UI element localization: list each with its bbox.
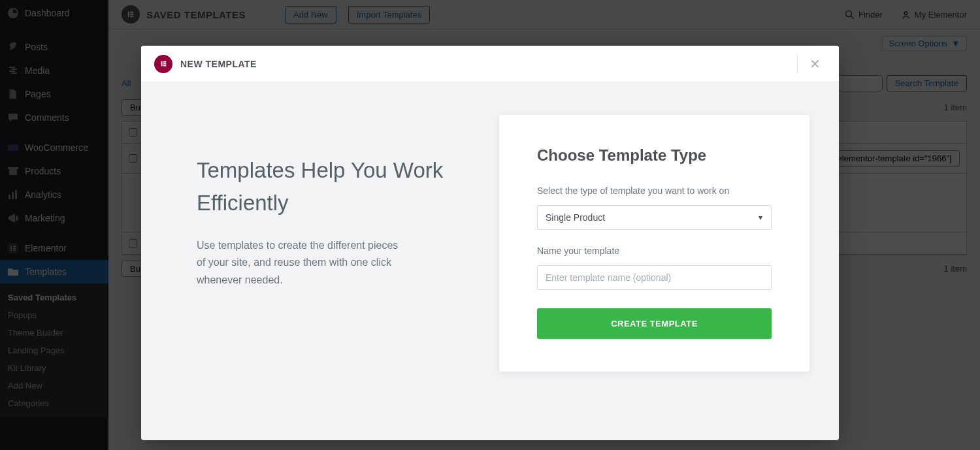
template-type-label: Select the type of template you want to … [537,185,772,196]
elementor-badge-icon [154,55,172,73]
modal-title: NEW TEMPLATE [180,59,257,69]
new-template-modal: NEW TEMPLATE ✕ Templates Help You Work E… [141,46,839,440]
modal-right-panel: Choose Template Type Select the type of … [499,82,809,440]
modal-description: Use templates to create the different pi… [197,237,406,289]
svg-rect-18 [163,63,166,65]
modal-heading: Templates Help You Work Efficiently [197,154,453,219]
modal-body: Templates Help You Work Efficiently Use … [141,82,839,440]
form-card: Choose Template Type Select the type of … [499,115,809,372]
svg-rect-16 [161,61,162,67]
svg-rect-19 [163,65,166,66]
modal-overlay[interactable]: NEW TEMPLATE ✕ Templates Help You Work E… [0,0,980,450]
template-type-select[interactable]: Single Product [537,205,772,230]
form-title: Choose Template Type [537,146,772,165]
create-template-button[interactable]: CREATE TEMPLATE [537,308,772,339]
modal-left-panel: Templates Help You Work Efficiently Use … [141,82,499,440]
modal-header: NEW TEMPLATE ✕ [141,46,839,82]
close-icon: ✕ [809,56,821,72]
select-wrap: Single Product [537,205,772,230]
template-name-input[interactable] [537,265,772,290]
svg-rect-17 [163,61,166,63]
template-name-label: Name your template [537,246,772,256]
close-button[interactable]: ✕ [797,54,826,74]
